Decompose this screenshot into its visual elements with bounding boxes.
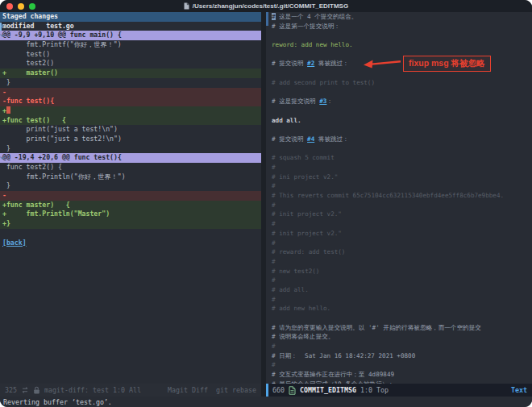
diff-line: fmt.Printf("你好，世界！") bbox=[0, 40, 261, 50]
line-text: -func test(){ bbox=[2, 97, 54, 105]
line-text: # init project v2." bbox=[272, 230, 342, 237]
diff-line: + fmt.Println("Master") bbox=[0, 210, 261, 219]
line-text: # add new hello. bbox=[272, 305, 330, 312]
line-text: # 日期： Sat Jan 16 18:42:27 2021 +0800 bbox=[272, 352, 415, 359]
line-text: 将被跳过： bbox=[314, 135, 349, 143]
commit-editmsg-pane: # 这是一个 4 个提交的组合。# 这是第一个提交说明：reword: add … bbox=[266, 12, 532, 397]
line-text: fmt.Println("你好，世界！") bbox=[2, 172, 126, 181]
line-text: # 这是第一个提交说明： bbox=[272, 23, 340, 30]
line-text: 将被跳过： bbox=[314, 60, 349, 67]
line-text: # 这是提交说明 bbox=[272, 98, 319, 105]
line-text: func test2() { bbox=[2, 163, 62, 171]
titlebar: /Users/zhangjun/codes/test/.git/COMMIT_E… bbox=[0, 0, 532, 12]
diff-line: func test2() { bbox=[0, 163, 261, 172]
commit-ref-link[interactable]: #4 bbox=[307, 135, 314, 143]
commit-msg-line: # squash 5 commit bbox=[266, 153, 532, 163]
commit-msg-line: # bbox=[266, 181, 532, 191]
line-text: # 提交说明 bbox=[272, 135, 307, 143]
commit-ref-link[interactable]: #2 bbox=[307, 60, 314, 67]
diff-line: print("just a test2!\n") bbox=[0, 135, 261, 144]
frame-body: Staged changesmodified test.go@@ -9,9 +9… bbox=[0, 12, 532, 397]
sync-icon bbox=[21, 386, 29, 394]
modeline-scroll: Top bbox=[376, 386, 389, 394]
minimize-button[interactable] bbox=[18, 3, 24, 10]
commit-msg-line: # add all. bbox=[266, 285, 532, 295]
diff-line: fmt.Println("你好，世界！") bbox=[0, 172, 261, 182]
diff-line: +func master) { bbox=[0, 201, 261, 210]
commit-msg-line: # bbox=[266, 295, 532, 305]
commit-msg-line: # 这是一个 4 个提交的组合。 bbox=[266, 12, 532, 22]
line-text: - bbox=[2, 191, 6, 199]
commit-msg-line: # reward: add test() bbox=[266, 247, 532, 257]
commit-editmsg-modeline: 660 COMMIT_EDITMSG 1:0 Top Text bbox=[266, 384, 532, 397]
emacs-window: /Users/zhangjun/codes/test/.git/COMMIT_E… bbox=[0, 0, 532, 407]
line-text: print("just a test!\n") bbox=[2, 125, 118, 133]
line-text: +func test() { bbox=[2, 116, 66, 124]
modeline-coords: 1:0 bbox=[360, 386, 372, 394]
line-text: # bbox=[272, 164, 276, 171]
line-text: # bbox=[272, 361, 276, 368]
line-text: modified test.go bbox=[2, 22, 74, 30]
diff-line bbox=[0, 229, 261, 239]
window-title-text: /Users/zhangjun/codes/test/.git/COMMIT_E… bbox=[193, 2, 348, 10]
lock-icon bbox=[33, 386, 40, 394]
magit-modeline: 325 magit-diff: test 1:0 All Magit Diff … bbox=[0, 384, 261, 397]
diff-line: - bbox=[0, 191, 261, 201]
magit-file-header: modified test.go bbox=[0, 22, 261, 31]
line-text: +func master) { bbox=[2, 201, 70, 209]
line-text: + fmt.Println("Master") bbox=[2, 210, 110, 218]
commit-msg-line: # bbox=[266, 360, 532, 370]
modeline-scroll: All bbox=[129, 386, 141, 394]
line-text: reword: add new hello. bbox=[272, 41, 353, 48]
trailing-whitespace-highlight bbox=[6, 106, 10, 114]
line-text: print("just a test2!\n") bbox=[2, 135, 122, 143]
echo-message: Reverting buffer ‘test.go’. bbox=[3, 398, 112, 406]
modeline-modes: Magit Diff git rebase bbox=[168, 386, 256, 394]
commit-msg-line: # init project v2." bbox=[266, 210, 532, 219]
commit-msg-reword: reword: add new hello. bbox=[266, 40, 532, 50]
zoom-button[interactable] bbox=[29, 3, 35, 10]
window-title: /Users/zhangjun/codes/test/.git/COMMIT_E… bbox=[184, 2, 348, 10]
diff-line: } bbox=[0, 181, 261, 191]
close-button[interactable] bbox=[6, 3, 13, 10]
line-text: # 请为您的变更输入提交说明。以 '#' 开始的行将被忽略，而一个空的提交 bbox=[272, 324, 481, 331]
hunk-header: @@ -19,4 +20,6 @@ func test(){ bbox=[0, 153, 261, 163]
line-text: fmt.Printf("你好，世界！") bbox=[2, 40, 122, 48]
annotation-label: fixup msg 将被忽略 bbox=[403, 56, 491, 72]
line-text: # 提交说明 bbox=[272, 60, 307, 67]
document-icon bbox=[184, 2, 189, 10]
line-text: add all. bbox=[272, 117, 301, 124]
line-text: # bbox=[272, 276, 276, 284]
line-text: # add all. bbox=[272, 286, 309, 293]
modeline-position: 325 bbox=[5, 386, 17, 394]
diff-line: print("just a test!\n") bbox=[0, 125, 261, 135]
modeline-buffer-name: magit-diff: test bbox=[44, 386, 109, 394]
line-text: # ini project v2." bbox=[272, 173, 338, 181]
echo-area: Reverting buffer ‘test.go’. bbox=[0, 397, 532, 407]
line-text: [back] bbox=[2, 239, 27, 247]
scrollbar-thumb[interactable] bbox=[266, 12, 268, 26]
diff-line: +} bbox=[0, 219, 261, 229]
back-link[interactable]: [back] bbox=[0, 239, 261, 248]
commit-msg-line: # bbox=[266, 342, 532, 351]
commit-msg-line: # add second print to test() bbox=[266, 78, 532, 88]
commit-msg-line: # bbox=[266, 163, 532, 172]
magit-diff-buffer[interactable]: Staged changesmodified test.go@@ -9,9 +9… bbox=[0, 12, 261, 384]
line-text: @@ -9,9 +9,10 @@ func main() { bbox=[2, 31, 122, 39]
line-text: # squash 5 commit bbox=[272, 154, 335, 161]
line-text: # 最后的命令已完成（10 条命令被执行）： bbox=[272, 380, 394, 384]
magit-diff-pane: Staged changesmodified test.go@@ -9,9 +9… bbox=[0, 12, 261, 397]
line-text: # 说明将会终止提交。 bbox=[272, 333, 335, 340]
commit-msg-line: # ini project v2." bbox=[266, 172, 532, 182]
traffic-lights bbox=[6, 3, 35, 10]
line-text: # 交互式变基操作正在进行中；至 4d89849 bbox=[272, 371, 394, 378]
line-text: # bbox=[272, 220, 276, 227]
commit-msg-line: # 说明将会终止提交。 bbox=[266, 332, 532, 342]
commit-msg-line: # 这是第一个提交说明： bbox=[266, 22, 532, 31]
diff-line: + bbox=[0, 106, 261, 116]
commit-msg-line: # This reverts commit 65c75104cc63211534… bbox=[266, 191, 532, 201]
commit-msg-line: # 最后的命令已完成（10 条命令被执行）： bbox=[266, 380, 532, 384]
commit-msg-line: # 日期： Sat Jan 16 18:42:27 2021 +0800 bbox=[266, 351, 532, 361]
line-text: } bbox=[2, 144, 10, 152]
line-text: @@ -19,4 +20,6 @@ func test(){ bbox=[2, 153, 122, 161]
